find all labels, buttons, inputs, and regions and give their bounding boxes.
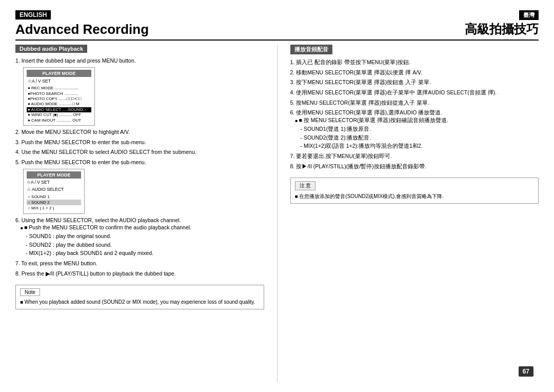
section-header-cn: 播放音頻配音 (290, 45, 332, 54)
column-divider (277, 45, 278, 382)
cn-step-6: 6. 使用MENU SELECTOR(菜單選 擇器),選擇AUDIO 播放聲道.… (290, 109, 539, 149)
cn-step-3: 3. 按下MENU SELECTOR(菜單選 擇器)按鈕進 入子 菜單. (290, 79, 539, 86)
steps-list-cn: 1. 插入已 配音的錄影 帶並按下MENU(菜單)按鈕. 2. 移動MENU S… (290, 58, 539, 172)
cn-step-4: 4. 使用MENU SELECTOR(菜單選 擇器)在子菜單中 選擇AUDIO … (290, 89, 539, 96)
title-english: Advanced Recording (15, 22, 149, 37)
cn-step-1: 1. 插入已 配音的錄影 帶並按下MENU(菜單)按鈕. (290, 58, 539, 66)
page-number: 67 (519, 366, 533, 377)
note-content-en: ■ When you playback added sound (SOUND2 … (20, 299, 260, 306)
cn-step-7: 7. 要若要退出,按下MENU(菜單)按鈕即可. (290, 152, 539, 160)
taiwan-badge: 臺灣 (519, 10, 539, 20)
player-mode-diagram-2: PLAYER MODE ☆A / V SET ☆ AUDIO SELECT ○ … (15, 169, 264, 214)
cn-step6-dashes: SOUND1(聲道 1):播放原音. SOUND2(聲道 2):播放配音. MI… (301, 125, 539, 150)
title-chinese: 高級拍攝技巧 (465, 21, 539, 37)
step-5: 5. Push the MENU SELECTOR to enter the s… (15, 159, 264, 166)
cn-step6-bullets: ■ 按 MENU SELECTOR(菜單選 擇器)按鈕確認音頻播放聲道. (295, 116, 539, 124)
note-header-en: Note (20, 288, 40, 296)
step-4: 4. Use the MENU SELECTOR to select AUDIO… (15, 148, 264, 156)
note-header-cn: 注 意 (295, 181, 316, 190)
step6-dashes: SOUND1 : play the original sound. SOUND2… (26, 232, 264, 257)
step-1: 1. Insert the dubbed tape and press MENU… (15, 57, 264, 65)
note-content-cn: ■ 在您播放添加的聲音(SOUND2或MIX模式),會感到音質略為下降. (295, 193, 535, 200)
cn-step-8: 8. 按▶/II (PLAY/STILL)(播放/暫停)按鈕播放配音錄影帶. (290, 163, 539, 170)
steps-list-en: 1. Insert the dubbed tape and press MENU… (15, 57, 264, 280)
cn-step-2: 2. 移動MENU SELECTOR(菜單選 擇器)以便選 擇 A/V. (290, 69, 539, 76)
note-box-en: Note ■ When you playback added sound (SO… (15, 285, 264, 309)
step-7: 7. To exit, press the MENU button. (15, 260, 264, 267)
step-6: 6. Using the MENU SELECTOR, select the A… (15, 217, 264, 257)
step6-bullets: ■ Push the MENU SELECTOR to confirm the … (21, 224, 264, 231)
cn-step-5: 5. 按MENU SELECTOR(菜單選 擇器)按鈕從進入子 菜單. (290, 99, 539, 107)
player-mode-diagram-1: PLAYER MODE ☆A / V SET ● REC MODE ......… (15, 67, 264, 126)
section-header-en: Dubbed audio Playback (15, 45, 87, 53)
english-badge: ENGLISH (15, 10, 51, 19)
step-8: 8. Press the ▶/II (PLAY/STILL) button to… (15, 270, 264, 278)
step-2: 2. Move the MENU SELECTOR to highlight A… (15, 128, 264, 136)
note-box-cn: 注 意 ■ 在您播放添加的聲音(SOUND2或MIX模式),會感到音質略為下降. (290, 178, 539, 204)
step-3: 3. Push the MENU SELECTOR to enter the s… (15, 139, 264, 146)
audio-select-box: PLAYER MODE ☆A / V SET ☆ AUDIO SELECT ○ … (23, 169, 85, 214)
player-mode-box-1: PLAYER MODE ☆A / V SET ● REC MODE ......… (23, 67, 95, 126)
